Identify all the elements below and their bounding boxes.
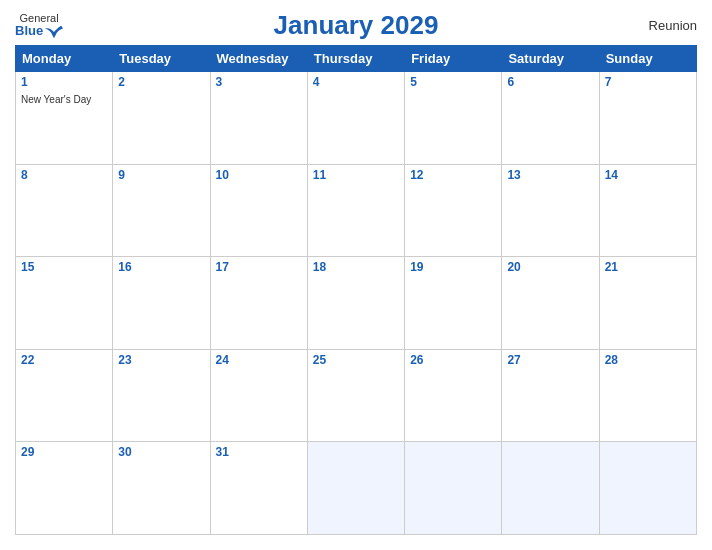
logo: General Blue [15,12,63,38]
calendar-cell: 6 [502,72,599,165]
day-number: 13 [507,168,593,182]
calendar-cell: 29 [16,442,113,535]
day-number: 26 [410,353,496,367]
calendar-cell: 20 [502,257,599,350]
day-number: 2 [118,75,204,89]
day-number: 22 [21,353,107,367]
header-saturday: Saturday [502,46,599,72]
calendar-cell: 8 [16,164,113,257]
calendar-cell: 30 [113,442,210,535]
calendar-week-row: 22232425262728 [16,349,697,442]
calendar-cell [405,442,502,535]
calendar-cell: 21 [599,257,696,350]
day-number: 23 [118,353,204,367]
calendar-cell: 23 [113,349,210,442]
calendar-cell: 22 [16,349,113,442]
day-number: 17 [216,260,302,274]
day-number: 3 [216,75,302,89]
day-number: 15 [21,260,107,274]
calendar-header: General Blue January 2029 Reunion [15,10,697,41]
calendar-cell [599,442,696,535]
calendar-cell: 9 [113,164,210,257]
day-number: 6 [507,75,593,89]
day-number: 4 [313,75,399,89]
header-thursday: Thursday [307,46,404,72]
day-number: 9 [118,168,204,182]
calendar-cell [307,442,404,535]
calendar-cell: 18 [307,257,404,350]
weekday-header-row: Monday Tuesday Wednesday Thursday Friday… [16,46,697,72]
day-number: 19 [410,260,496,274]
day-number: 31 [216,445,302,459]
logo-bird-icon [45,25,63,39]
day-number: 5 [410,75,496,89]
calendar-cell: 24 [210,349,307,442]
day-number: 7 [605,75,691,89]
day-number: 30 [118,445,204,459]
calendar-cell: 10 [210,164,307,257]
calendar-week-row: 293031 [16,442,697,535]
calendar-cell: 2 [113,72,210,165]
calendar-cell: 13 [502,164,599,257]
calendar-week-row: 15161718192021 [16,257,697,350]
header-wednesday: Wednesday [210,46,307,72]
calendar-cell: 15 [16,257,113,350]
header-monday: Monday [16,46,113,72]
calendar-week-row: 1New Year's Day234567 [16,72,697,165]
day-event: New Year's Day [21,94,91,105]
calendar-cell: 14 [599,164,696,257]
day-number: 16 [118,260,204,274]
calendar-cell: 1New Year's Day [16,72,113,165]
day-number: 25 [313,353,399,367]
day-number: 1 [21,75,107,89]
calendar-cell: 4 [307,72,404,165]
day-number: 11 [313,168,399,182]
calendar-cell: 7 [599,72,696,165]
day-number: 12 [410,168,496,182]
calendar-cell: 3 [210,72,307,165]
calendar-cell: 19 [405,257,502,350]
day-number: 27 [507,353,593,367]
day-number: 28 [605,353,691,367]
header-tuesday: Tuesday [113,46,210,72]
calendar-cell: 16 [113,257,210,350]
calendar-cell: 26 [405,349,502,442]
calendar-table: Monday Tuesday Wednesday Thursday Friday… [15,45,697,535]
day-number: 18 [313,260,399,274]
calendar-cell: 25 [307,349,404,442]
calendar-cell: 5 [405,72,502,165]
region-label: Reunion [649,18,697,33]
calendar-title: January 2029 [274,10,439,41]
calendar-cell: 28 [599,349,696,442]
day-number: 10 [216,168,302,182]
day-number: 8 [21,168,107,182]
header-sunday: Sunday [599,46,696,72]
day-number: 29 [21,445,107,459]
calendar-cell: 12 [405,164,502,257]
day-number: 20 [507,260,593,274]
logo-blue-text: Blue [15,24,63,38]
calendar-cell: 11 [307,164,404,257]
day-number: 21 [605,260,691,274]
day-number: 14 [605,168,691,182]
calendar-cell: 27 [502,349,599,442]
header-friday: Friday [405,46,502,72]
calendar-cell: 17 [210,257,307,350]
day-number: 24 [216,353,302,367]
calendar-week-row: 891011121314 [16,164,697,257]
calendar-cell: 31 [210,442,307,535]
calendar-cell [502,442,599,535]
